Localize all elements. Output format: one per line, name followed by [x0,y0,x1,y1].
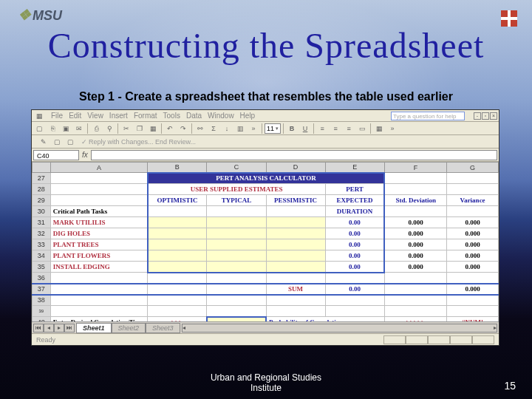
sort-icon[interactable]: ↓ [221,123,233,134]
sum-var: 0.000 [447,284,499,295]
col-f[interactable]: F [384,163,446,173]
tab-next-icon[interactable]: ▸ [54,324,64,332]
row-28: 28USER SUPPLIED ESTIMATESPERT [33,184,499,195]
fx-icon[interactable]: fx [82,151,88,159]
task-1: DIG HOLES [50,228,148,239]
task-0: MARK UTILILIS [50,217,148,228]
menu-view[interactable]: View [87,112,103,120]
col-c[interactable]: C [207,163,266,173]
excel-screenshot: ▦ File Edit View Insert Format Tools Dat… [31,109,499,346]
task-4: INSTALL EDGING [50,262,148,273]
close-button[interactable]: × [490,112,497,120]
row-34: 34PLANT FLOWERS0.000.0000.000 [33,250,499,262]
tab-sheet3[interactable]: Sheet3 [146,323,180,333]
restore-button[interactable]: ▫ [482,112,489,120]
align-right-icon[interactable]: ≡ [343,123,355,134]
reviewing-toolbar: ✎ ▢ ▢ ✓ Reply with Changes... End Review… [32,135,499,149]
borders-icon[interactable]: ▦ [373,123,385,134]
user-supplied: USER SUPPLIED ESTIMATES [148,184,325,195]
col-d[interactable]: D [266,163,325,173]
open-icon[interactable]: ⎘ [47,123,58,134]
menu-bar: ▦ File Edit View Insert Format Tools Dat… [32,110,499,122]
pert-h3: DURATION [325,206,384,217]
cut-icon[interactable]: ✂ [120,123,132,134]
footer-text: Urban and Regional StudiesInstitute [0,372,532,393]
institute-logo-icon [501,10,517,27]
excel-icon: ▦ [33,110,45,122]
review2-icon[interactable]: ▢ [51,136,63,148]
slide-title: Constructing the Spreadsheet [0,25,532,66]
tab-sheet2[interactable]: Sheet2 [112,323,146,333]
menu-window[interactable]: Window [208,112,234,120]
print-icon[interactable]: ⎙ [90,123,102,134]
col-a[interactable]: A [50,163,148,173]
row-33: 33PLANT TREES0.000.0000.000 [33,239,499,250]
page-number: 15 [504,380,516,392]
h-std: Std. Deviation [384,195,446,206]
pert-h2: EXPECTED [325,195,384,206]
pert-title: PERT ANALYSIS CALCULATOR [148,173,385,184]
row-29: 29OPTIMISTICTYPICALPESSIMISTICEXPECTEDSt… [33,195,499,206]
col-b[interactable]: B [148,163,207,173]
underline-button[interactable]: U [299,123,311,134]
row-32: 32DIG HOLES0.000.0000.000 [33,228,499,239]
more-icon[interactable]: » [248,123,259,134]
new-icon[interactable]: ▢ [33,123,45,134]
row-38: 38 [33,295,499,306]
slide-subtitle: Step 1 - Create a spreadsheet that resem… [0,90,532,103]
menu-insert[interactable]: Insert [109,112,128,120]
align-center-icon[interactable]: ≡ [330,123,341,134]
sum-duration: 0.00 [325,284,384,295]
menu-format[interactable]: Format [134,112,157,120]
redo-icon[interactable]: ↷ [177,123,189,134]
tab-last-icon[interactable]: ⏭ [64,324,75,332]
menu-tools[interactable]: Tools [163,112,180,120]
menu-help[interactable]: Help [240,112,256,120]
paste-icon[interactable]: ▦ [147,123,159,134]
review-icon[interactable]: ✎ [38,136,50,148]
menu-data[interactable]: Data [186,112,202,120]
copy-icon[interactable]: ❐ [134,123,146,134]
row-31: 31MARK UTILILIS0.000.0000.000 [33,217,499,228]
status-bar: Ready [32,333,499,345]
tab-prev-icon[interactable]: ◂ [44,324,54,332]
h-pes: PESSIMISTIC [266,195,325,206]
fontsize-select[interactable]: 11 [265,123,281,134]
row-36: 36 [33,273,499,284]
h-typ: TYPICAL [207,195,266,206]
row-39: 39 [33,306,499,317]
menu-file[interactable]: File [51,112,63,120]
mail-icon[interactable]: ✉ [73,123,85,134]
col-e[interactable]: E [325,163,384,173]
h-crit: Critical Path Tasks [50,206,148,217]
column-headers: A B C D E F G [33,163,499,173]
formula-input[interactable] [91,150,497,160]
link-icon[interactable]: ⚯ [194,123,206,134]
bold-button[interactable]: B [286,123,298,134]
sum-icon[interactable]: Σ [208,123,219,134]
help-search-input[interactable]: Type a question for help [391,112,465,120]
tab-sheet1[interactable]: Sheet1 [76,323,112,333]
minimize-button[interactable]: - [474,112,481,120]
row-37: 37SUM0.000.000 [33,284,499,295]
sum-label: SUM [266,284,325,295]
more2-icon[interactable]: » [386,123,398,134]
select-all-corner[interactable] [33,163,51,173]
preview-icon[interactable]: ⚲ [103,123,115,134]
undo-icon[interactable]: ↶ [164,123,176,134]
save-icon[interactable]: ▣ [60,123,72,134]
msu-logo: MSU [18,6,62,24]
menu-edit[interactable]: Edit [69,112,81,120]
sheet-tabs: ⏮ ◂ ▸ ⏭ Sheet1 Sheet2 Sheet3 [32,321,499,333]
col-g[interactable]: G [447,163,499,173]
chart-icon[interactable]: ▥ [234,123,246,134]
merge-icon[interactable]: ▭ [356,123,368,134]
tab-first-icon[interactable]: ⏮ [33,324,44,332]
review-text: ✓ [78,138,87,146]
h-var: Variance [447,195,499,206]
review3-icon[interactable]: ▢ [64,136,76,148]
spreadsheet-grid[interactable]: A B C D E F G 27PERT ANALYSIS CALCULATOR… [32,162,499,321]
name-box[interactable]: C40 [33,150,79,160]
align-left-icon[interactable]: ≡ [316,123,328,134]
horizontal-scrollbar[interactable] [182,324,497,332]
